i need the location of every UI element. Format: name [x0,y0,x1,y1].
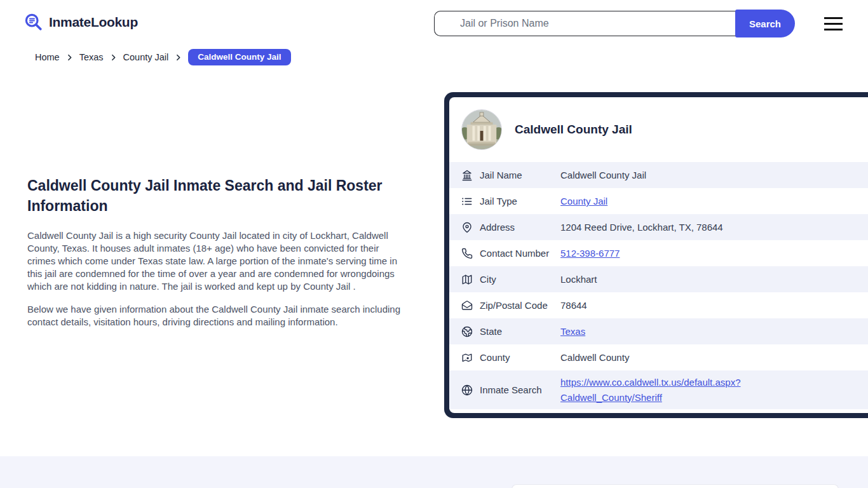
zip-code-row: Zip/Postal Code 78644 [449,292,868,318]
contact-number-link[interactable]: 512-398-6777 [560,248,620,259]
row-label: Inmate Search [480,384,560,395]
jail-type-row: Jail Type County Jail [449,188,868,214]
article-paragraph: Caldwell County Jail is a high security … [27,229,401,293]
next-card-peek [512,484,839,488]
breadcrumb-county-jail[interactable]: County Jail [123,52,169,62]
search-button[interactable]: Search [735,10,795,37]
row-value: Caldwell County [560,352,815,363]
envelope-icon [461,300,473,311]
page-title: Caldwell County Jail Inmate Search and J… [27,175,406,216]
article: Caldwell County Jail Inmate Search and J… [27,175,406,329]
row-value: Caldwell County Jail [560,170,815,180]
breadcrumb-home[interactable]: Home [35,52,60,62]
breadcrumb-current-badge: Caldwell County Jail [188,49,290,65]
menu-icon[interactable] [824,17,843,30]
row-label: Jail Name [480,170,560,180]
map-pin-icon [461,222,473,233]
jail-photo [461,109,502,150]
chevron-right-icon [65,53,74,62]
jail-name-row: Jail Name Caldwell County Jail [449,162,868,188]
address-row: Address 1204 Reed Drive, Lockhart, TX, 7… [449,214,868,240]
jail-search-bar: Search [434,10,795,37]
row-value: Lockhart [560,274,815,285]
breadcrumb: Home Texas County Jail Caldwell County J… [35,49,291,65]
jail-card-title: Caldwell County Jail [515,123,632,137]
row-label: State [480,326,560,337]
row-label: City [480,274,560,285]
state-link[interactable]: Texas [560,326,585,337]
city-row: City Lockhart [449,266,868,292]
row-label: Address [480,222,560,233]
row-label: Contact Number [480,248,560,259]
inmate-search-link[interactable]: https://www.co.caldwell.tx.us/default.as… [560,377,740,403]
map-icon [461,274,473,285]
brand-logo[interactable]: InmateLookup [24,13,138,32]
article-paragraph: Below we have given information about th… [27,303,401,329]
search-input[interactable] [434,11,739,36]
county-row: County Caldwell County [449,344,868,370]
website-icon [461,384,473,396]
globe-icon [461,326,473,337]
state-row: State Texas [449,318,868,344]
row-value: 78644 [560,300,815,311]
landmark-icon [461,170,473,181]
jail-card-header: Caldwell County Jail [449,97,868,162]
phone-icon [461,248,473,259]
list-icon [461,196,473,207]
jail-info-card: Caldwell County Jail Jail Name Caldwell … [444,92,868,418]
row-label: Jail Type [480,196,560,207]
magnifier-logo-icon [24,13,43,32]
contact-number-row: Contact Number 512-398-6777 [449,240,868,266]
brand-name: InmateLookup [49,15,138,30]
footer-strip [0,456,868,488]
breadcrumb-texas[interactable]: Texas [79,52,104,62]
jail-type-link[interactable]: County Jail [560,196,607,207]
inmate-search-row: Inmate Search https://www.co.caldwell.tx… [449,370,868,409]
chevron-right-icon [174,53,182,62]
row-label: County [480,352,560,363]
map-marker-icon [461,352,473,363]
chevron-right-icon [109,53,118,62]
row-value: 1204 Reed Drive, Lockhart, TX, 78644 [560,222,815,233]
row-label: Zip/Postal Code [480,300,560,311]
